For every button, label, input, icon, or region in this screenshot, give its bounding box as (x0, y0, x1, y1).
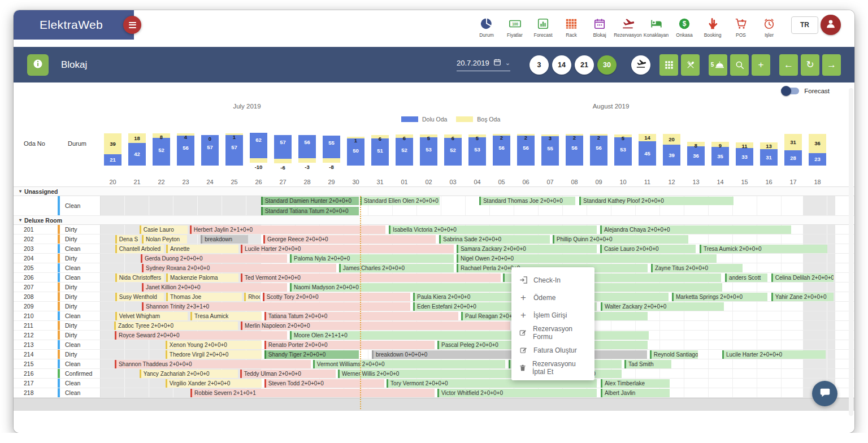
reservation-bar[interactable]: Susy Wenthold (115, 293, 164, 301)
nav-item-fiyatlar[interactable]: 100Fiyatlar (501, 17, 529, 38)
nav-item-rezervasyon[interactable]: Rezervasyon (614, 17, 642, 38)
reservation-bar[interactable]: Standard Ellen Olen 2+0+0+0 (360, 197, 440, 205)
reservation-bar[interactable]: Naomi Madyson 2+0+0+0 (290, 283, 722, 292)
menu-item-rezervasyon-formu[interactable]: Rezervasyon Formu (511, 324, 594, 341)
menu-item-rezervasyonu-i̇ptal-et[interactable]: Rezervasyonu İptal Et (511, 359, 594, 376)
reservation-bar[interactable]: Samara Zackary 2+0+0+0 (457, 245, 597, 253)
reservation-bar[interactable]: Teddy Ulman 2+0+0+0 (240, 370, 336, 378)
reservation-bar[interactable]: Albert Javlin (601, 389, 670, 397)
reservation-bar[interactable]: Shannon Trinity 2+3+1+0 (142, 302, 410, 311)
reservation-bar[interactable]: Standard Damien Hunter 2+0+0+0 (261, 197, 359, 205)
scrollbar[interactable] (849, 88, 853, 416)
reservation-bar[interactable]: Renato Porter 2+0+0+0 (264, 341, 435, 349)
reservation-bar[interactable]: Royce Seward 2+0+0+0 (115, 331, 287, 340)
reservation-bar[interactable]: Lucile Harter 2+0+0+0 (722, 350, 826, 359)
arrow-left-button[interactable]: ← (779, 54, 798, 76)
search-button[interactable] (730, 54, 749, 76)
reservation-bar[interactable]: Velvet Whigham (115, 312, 188, 320)
refresh-button[interactable]: ↻ (801, 54, 819, 76)
reservation-bar[interactable]: Werner Willis 2+0+0+0 (338, 370, 533, 378)
nav-item-blokaj[interactable]: Blokaj (585, 17, 614, 38)
reservation-bar[interactable]: Chantell Arboled (115, 245, 164, 253)
reservation-bar[interactable]: Victor Whitfield 2+0+0+0 (437, 389, 597, 397)
language-button[interactable]: TR (791, 16, 818, 34)
menu-item-i̇şlem-girişi[interactable]: +İşlem Girişi (511, 306, 594, 324)
arrivals-button[interactable] (631, 55, 650, 75)
range-button-3[interactable]: 3 (530, 55, 549, 75)
grid-button[interactable] (659, 54, 678, 76)
nav-item-rack[interactable]: Rack (557, 17, 585, 38)
reservation-bar[interactable]: Yancy Zachariah 2+0+0+0 (140, 370, 238, 378)
reservation-bar[interactable]: Nigel Owen 2+0+0+0 (457, 254, 717, 263)
range-button-30[interactable]: 30 (597, 55, 617, 75)
reservation-bar[interactable]: Alex Timberlake (601, 379, 670, 388)
reservation-bar[interactable]: Sydney Roxana 2+0+0+0 (142, 264, 336, 272)
breakdown-bar[interactable]: breakdown (201, 235, 248, 244)
reservation-bar[interactable]: Ted Vermont 2+0+0+0 (241, 273, 501, 282)
reservation-bar[interactable]: Merlin Napoleon 2+0+0+0 (241, 322, 510, 330)
reservation-bar[interactable]: Sabrina Sade 2+0+0+0 (439, 235, 550, 244)
reservation-bar[interactable]: Robbie Severn 2+1+0+1 (190, 389, 435, 397)
reservation-bar[interactable]: Dena S (115, 235, 140, 244)
reservation-bar[interactable]: Tresa Aumick (190, 312, 262, 320)
reservation-bar[interactable]: Casie Lauro (140, 225, 188, 234)
nav-item-işler[interactable]: Işler (755, 17, 783, 38)
reservation-bar[interactable]: Standard Kathey Ploof 2+0+0+0 (579, 197, 734, 205)
hamburger-menu-button[interactable] (123, 16, 141, 34)
reservation-bar[interactable]: Phillip Quinn 2+0+0+0 (553, 235, 688, 244)
reservation-bar[interactable]: Shannon Thaddeus 2+0+0+0 (115, 360, 311, 368)
reservation-bar[interactable]: Paloma Nyla 2+0+0+0 (290, 254, 454, 263)
menu-item-fatura-oluştur[interactable]: Fatura Oluştur (511, 341, 594, 359)
chat-button[interactable] (812, 381, 837, 406)
date-picker[interactable]: 20.7.2019 ⌄ (457, 58, 510, 71)
info-button[interactable] (27, 54, 49, 76)
reservation-bar[interactable]: Nida Christoffers (115, 273, 164, 282)
reservation-bar[interactable]: Steven Todd 2+0+0+0 (264, 379, 384, 388)
reservation-bar[interactable]: Reynold Santiago (650, 350, 698, 359)
reservation-bar[interactable]: Moore Olen 2+1+1+0 (290, 331, 649, 340)
reservation-bar[interactable]: anders Scott (725, 273, 767, 282)
reservation-bar[interactable]: Celina Delilah 2+0+0+0 (771, 273, 834, 282)
reservation-bar[interactable]: Marketta Springs 2+0+0+0 (672, 293, 767, 301)
reservation-bar[interactable]: Isabella Victoria 2+0+0+0 (389, 225, 597, 234)
nav-item-onkasa[interactable]: $Onkasa (670, 17, 698, 38)
reservation-bar[interactable]: Mackenzie Paloma (166, 273, 238, 282)
nav-item-konaklayan[interactable]: Konaklayan (642, 17, 670, 38)
reservation-bar[interactable]: Standard Thomas Joe 2+0+0+0 (479, 197, 575, 205)
reservation-bar[interactable]: Thomas Joe (166, 293, 242, 301)
reservation-bar[interactable]: Herbert Jaylin 2+1+0+0 (190, 225, 385, 234)
reservation-bar[interactable]: Scotty Tory 2+0+0+0 (263, 293, 410, 301)
utensils-button[interactable] (681, 54, 700, 76)
reservation-bar[interactable]: Zayne Titus 2+0+0+0 (651, 264, 743, 272)
arrow-right-button[interactable]: → (822, 54, 841, 76)
reservation-bar[interactable]: Annette (166, 245, 238, 253)
user-avatar-button[interactable] (821, 15, 841, 35)
reservation-bar[interactable]: George Reece 2+0+0+0 (263, 235, 436, 244)
nav-item-pos[interactable]: POS (727, 17, 755, 38)
cloche-button[interactable]: 5 (709, 54, 727, 76)
nav-item-forecast[interactable]: Forecast (529, 17, 557, 38)
reservation-bar[interactable]: Walter Zackary 2+0+0+0 (601, 302, 724, 311)
plus-button[interactable]: + (752, 54, 770, 76)
reservation-bar[interactable]: Tad Smith (624, 360, 671, 368)
bottom-scroll-strip[interactable] (14, 398, 854, 411)
menu-item-check-in[interactable]: Check-In (511, 271, 594, 289)
reservation-bar[interactable]: Zadoc Tyree 2+0+0+0 (114, 322, 238, 330)
reservation-bar[interactable]: Tresa Aumick 2+0+0+0 (700, 245, 827, 253)
reservation-bar[interactable]: Shandy Tiger 2+0+0+0 (264, 350, 359, 359)
reservation-bar[interactable]: Standard Tatiana Tatum 2+0+0+0 (261, 207, 359, 215)
nav-item-booking[interactable]: Booking (698, 17, 727, 38)
reservation-bar[interactable]: Yahir Zane 2+0+0+0 (771, 293, 834, 301)
reservation-bar[interactable]: Casie Lauro 2+0+0+0 (600, 245, 696, 253)
menu-item-ödeme[interactable]: +Ödeme (511, 289, 594, 306)
group-header-unassigned[interactable]: ▾Unassigned (14, 187, 854, 196)
reservation-bar[interactable]: James Charles 2+0+0+0 (339, 264, 454, 272)
nav-item-durum[interactable]: Durum (472, 17, 501, 38)
breakdown-bar[interactable]: breakdown 0+0+0+0 (372, 350, 647, 359)
reservation-bar[interactable]: Virgilio Xander 2+0+0+0 (166, 379, 262, 388)
reservation-bar[interactable]: Tatiana Tatum 2+0+0+0 (264, 312, 458, 320)
reservation-bar[interactable]: Vermont Williams 2+0+0+0 (313, 360, 505, 368)
reservation-bar[interactable]: Rhode (244, 293, 260, 301)
reservation-bar[interactable]: Lucile Harter 2+0+0+0 (241, 245, 454, 253)
reservation-bar[interactable]: Alejandra Chaya 2+0+0+0 (600, 225, 791, 234)
